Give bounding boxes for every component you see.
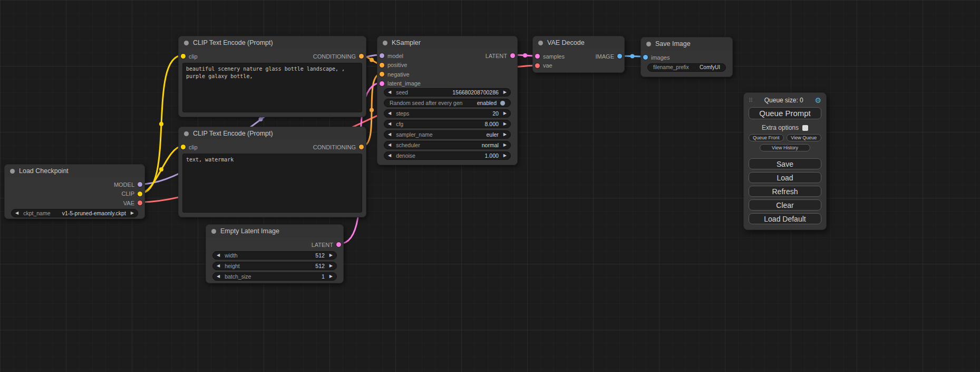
decrement-arrow-icon[interactable]: ◀	[388, 90, 391, 94]
node-clip-text-encode-positive[interactable]: CLIP Text Encode (Prompt) clip CONDITION…	[178, 36, 366, 117]
save-button[interactable]: Save	[749, 158, 821, 169]
collapse-dot[interactable]	[184, 131, 189, 136]
node-titlebar[interactable]: KSampler	[377, 36, 517, 49]
output-slot-conditioning[interactable]: CONDITIONING	[313, 53, 364, 60]
input-slot-samples[interactable]: samples	[535, 53, 565, 60]
increment-arrow-icon[interactable]: ▶	[503, 143, 507, 147]
view-history-button[interactable]: View History	[760, 144, 810, 151]
decrement-arrow-icon[interactable]: ◀	[217, 274, 220, 279]
slot-dot-clip[interactable]	[138, 192, 142, 196]
queue-prompt-button[interactable]: Queue Prompt	[749, 107, 821, 119]
decrement-arrow-icon[interactable]: ◀	[388, 111, 391, 116]
slot-dot-vae[interactable]	[535, 63, 540, 68]
view-queue-button[interactable]: View Queue	[787, 134, 822, 141]
widget-seed[interactable]: ◀ seed 156680208700286 ▶	[384, 88, 511, 97]
collapse-dot[interactable]	[184, 41, 189, 45]
output-slot-vae[interactable]: VAE	[5, 198, 144, 208]
slot-dot-conditioning[interactable]	[359, 54, 364, 59]
node-titlebar[interactable]: CLIP Text Encode (Prompt)	[179, 127, 366, 140]
slot-dot-model[interactable]	[380, 53, 384, 58]
increment-arrow-icon[interactable]: ▶	[503, 154, 507, 158]
clear-button[interactable]: Clear	[749, 199, 821, 211]
node-titlebar[interactable]: VAE Decode	[533, 36, 624, 49]
widget-scheduler[interactable]: ◀ scheduler normal ▶	[384, 141, 511, 149]
node-empty-latent-image[interactable]: Empty Latent Image LATENT ◀ width 512 ▶ …	[206, 224, 344, 283]
node-titlebar[interactable]: CLIP Text Encode (Prompt)	[179, 36, 366, 49]
prompt-textarea[interactable]: text, watermark	[182, 154, 362, 213]
collapse-dot[interactable]	[383, 41, 387, 45]
widget-batch-size[interactable]: ◀ batch_size 1 ▶	[212, 272, 337, 281]
increment-arrow-icon[interactable]: ▶	[329, 253, 333, 257]
node-clip-text-encode-negative[interactable]: CLIP Text Encode (Prompt) clip CONDITION…	[178, 127, 366, 217]
slot-dot-clip[interactable]	[181, 54, 186, 59]
slot-dot-latent[interactable]	[510, 53, 515, 58]
increment-arrow-icon[interactable]: ▶	[503, 111, 507, 116]
settings-gear-icon[interactable]: ⚙	[814, 97, 821, 104]
increment-arrow-icon[interactable]: ▶	[329, 264, 333, 268]
slot-dot-conditioning[interactable]	[380, 72, 384, 77]
prompt-textarea[interactable]: beautiful scenery nature glass bottle la…	[182, 63, 362, 112]
input-slot-positive[interactable]: positive	[377, 61, 517, 70]
collapse-dot[interactable]	[538, 41, 543, 45]
output-slot-latent[interactable]: LATENT	[486, 51, 517, 61]
node-titlebar[interactable]: Load Checkpoint	[5, 165, 144, 177]
increment-arrow-icon[interactable]: ▶	[329, 274, 333, 279]
collapse-dot[interactable]	[10, 169, 15, 174]
input-slot-images[interactable]: images	[641, 53, 732, 62]
decrement-arrow-icon[interactable]: ◀	[388, 122, 391, 126]
load-button[interactable]: Load	[749, 172, 821, 183]
input-slot-clip[interactable]: clip	[181, 53, 198, 60]
increment-arrow-icon[interactable]: ▶	[131, 211, 134, 215]
widget-sampler-name[interactable]: ◀ sampler_name euler ▶	[384, 130, 511, 139]
node-vae-decode[interactable]: VAE Decode samples IMAGE vae	[532, 36, 625, 73]
increment-arrow-icon[interactable]: ▶	[503, 122, 507, 126]
widget-random-seed-toggle[interactable]: Random seed after every gen enabled	[384, 99, 511, 107]
decrement-arrow-icon[interactable]: ◀	[217, 253, 220, 257]
decrement-arrow-icon[interactable]: ◀	[388, 154, 391, 158]
load-default-button[interactable]: Load Default	[749, 213, 821, 224]
slot-dot-model[interactable]	[138, 182, 142, 187]
widget-ckpt-name[interactable]: ◀ ckpt_name v1-5-pruned-emaonly.ckpt ▶	[11, 209, 138, 217]
slot-dot-clip[interactable]	[181, 145, 186, 149]
output-slot-image[interactable]: IMAGE	[596, 53, 622, 60]
input-slot-clip[interactable]: clip	[181, 144, 198, 150]
input-slot-vae[interactable]: vae	[533, 61, 624, 71]
node-save-image[interactable]: Save Image images filename_prefix ComfyU…	[641, 37, 733, 77]
slot-dot-latent[interactable]	[535, 54, 540, 59]
extra-options-checkbox[interactable]	[802, 125, 808, 131]
output-slot-clip[interactable]: CLIP	[5, 189, 144, 199]
toggle-dot[interactable]	[500, 101, 505, 106]
widget-denoise[interactable]: ◀ denoise 1.000 ▶	[384, 151, 511, 160]
node-load-checkpoint[interactable]: Load Checkpoint MODEL CLIP VAE ◀ ckpt_na…	[4, 164, 145, 219]
collapse-dot[interactable]	[211, 229, 216, 234]
slot-dot-vae[interactable]	[138, 201, 142, 205]
collapse-dot[interactable]	[646, 42, 651, 46]
slot-dot-conditioning[interactable]	[380, 63, 384, 68]
drag-handle-icon[interactable]: ⠿	[749, 97, 753, 104]
slot-dot-conditioning[interactable]	[359, 145, 364, 149]
increment-arrow-icon[interactable]: ▶	[503, 132, 507, 137]
widget-width[interactable]: ◀ width 512 ▶	[212, 251, 337, 260]
widget-filename-prefix[interactable]: filename_prefix ComfyUI	[647, 63, 726, 72]
slot-dot-image[interactable]	[643, 55, 648, 60]
refresh-button[interactable]: Refresh	[749, 186, 821, 197]
graph-canvas[interactable]: Load Checkpoint MODEL CLIP VAE ◀ ckpt_na…	[0, 0, 980, 372]
widget-steps[interactable]: ◀ steps 20 ▶	[384, 109, 511, 118]
input-slot-negative[interactable]: negative	[377, 70, 517, 79]
slot-dot-image[interactable]	[617, 54, 622, 59]
node-ksampler[interactable]: KSampler model positive negative latent_…	[377, 36, 518, 165]
decrement-arrow-icon[interactable]: ◀	[217, 264, 220, 268]
decrement-arrow-icon[interactable]: ◀	[15, 211, 18, 215]
output-slot-latent[interactable]: LATENT	[206, 240, 343, 250]
widget-height[interactable]: ◀ height 512 ▶	[212, 262, 337, 270]
input-slot-latent-image[interactable]: latent_image	[377, 79, 517, 89]
queue-front-button[interactable]: Queue Front	[749, 134, 784, 141]
output-slot-conditioning[interactable]: CONDITIONING	[313, 144, 364, 150]
decrement-arrow-icon[interactable]: ◀	[388, 132, 391, 137]
slot-dot-latent[interactable]	[380, 81, 384, 86]
slot-dot-latent[interactable]	[336, 242, 341, 247]
node-titlebar[interactable]: Save Image	[641, 37, 732, 50]
decrement-arrow-icon[interactable]: ◀	[388, 143, 391, 147]
output-slot-model[interactable]: MODEL	[5, 180, 144, 189]
widget-cfg[interactable]: ◀ cfg 8.000 ▶	[384, 120, 511, 128]
